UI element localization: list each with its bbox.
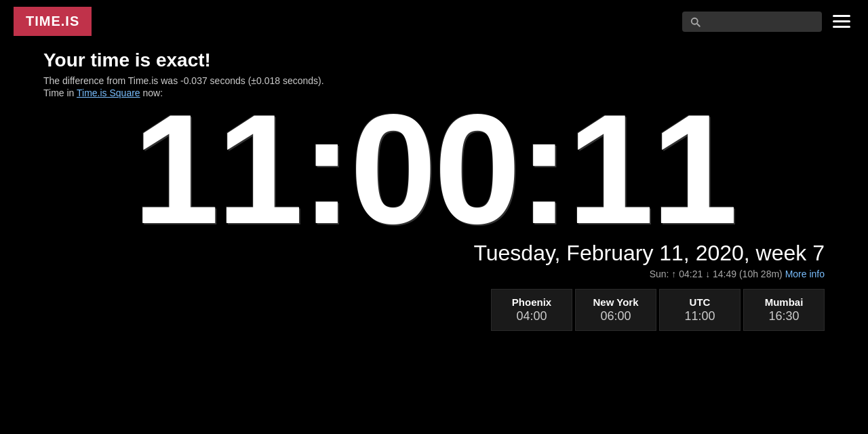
city-name: New York <box>589 296 642 308</box>
logo[interactable]: TIME.IS <box>14 7 92 36</box>
search-input[interactable] <box>707 16 815 27</box>
location-prefix: Time in <box>43 87 77 98</box>
city-clock-phoenix[interactable]: Phoenix 04:00 <box>491 289 572 331</box>
accuracy-title: Your time is exact! <box>43 50 825 71</box>
search-box <box>682 12 822 32</box>
world-clocks: Phoenix 04:00 New York 06:00 UTC 11:00 M… <box>0 289 868 331</box>
menu-button[interactable] <box>829 11 854 32</box>
city-clock-new-york[interactable]: New York 06:00 <box>575 289 656 331</box>
city-time: 06:00 <box>589 309 642 323</box>
city-clock-mumbai[interactable]: Mumbai 16:30 <box>743 289 825 331</box>
city-time: 16:30 <box>757 309 810 323</box>
sun-info-text: Sun: ↑ 04:21 ↓ 14:49 (10h 28m) <box>650 269 785 279</box>
search-icon <box>689 16 701 28</box>
sun-info: Sun: ↑ 04:21 ↓ 14:49 (10h 28m) More info <box>0 269 825 279</box>
hamburger-line-1 <box>833 15 850 17</box>
header: TIME.IS <box>0 0 868 43</box>
city-name: Phoenix <box>505 296 558 308</box>
hamburger-line-2 <box>833 20 850 22</box>
hamburger-line-3 <box>833 26 850 28</box>
header-right <box>682 11 854 32</box>
city-time: 04:00 <box>505 309 558 323</box>
clock-display: 11:00:11 <box>133 92 736 248</box>
location-link[interactable]: Time.is Square <box>77 87 140 98</box>
city-time: 11:00 <box>673 309 726 323</box>
city-name: UTC <box>673 296 726 308</box>
city-clock-utc[interactable]: UTC 11:00 <box>659 289 741 331</box>
clock-container: 11:00:11 <box>0 92 868 248</box>
city-name: Mumbai <box>757 296 810 308</box>
more-info-link[interactable]: More info <box>785 269 825 279</box>
